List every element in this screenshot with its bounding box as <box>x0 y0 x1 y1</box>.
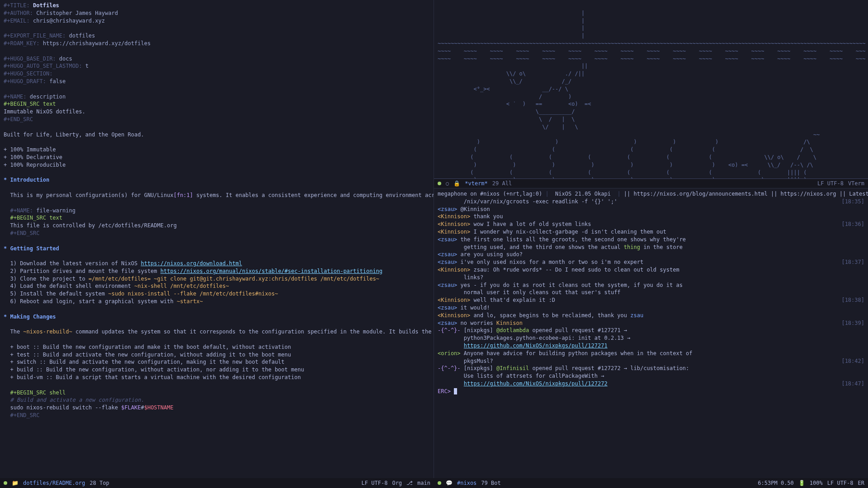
step-3: 3) Clone the project to <box>10 276 88 282</box>
meta-hugolastmod-val: t <box>85 63 89 69</box>
modeline-right: 💬 #nixos 79 Bot 6:53PM 0.50 🔋 100% LF UT… <box>434 478 868 488</box>
footnote-1[interactable]: [fn:1] <box>174 192 193 198</box>
msg: getting used, and the third one shows th… <box>438 244 624 250</box>
timestamp: [18:35] <box>841 198 864 206</box>
right-column: | | | | ~~~~~~~~~~~~~~~~~~~~~~~~~~~~~~~~… <box>434 0 868 478</box>
meta-name2-val: file-warning <box>36 207 75 214</box>
item-buildvm: + build-vm :: Build a script that starts… <box>10 374 301 380</box>
irc-topic2: /nix/var/nix/gcroots -exec readlink -f '… <box>464 198 618 205</box>
meta-name-val: description <box>30 94 66 100</box>
tagline: Built for Life, Liberty, and the Open Ro… <box>4 131 144 138</box>
ascii-art: | | | | ~~~~~~~~~~~~~~~~~~~~~~~~~~~~~~~~… <box>438 9 864 178</box>
meta-hugolastmod-key: #+HUGO_AUTO_SET_LASTMOD: <box>4 63 82 69</box>
link-nixos-partitioning[interactable]: https://nixos.org/manual/nixos/stable/#s… <box>160 268 382 274</box>
intro-text: systems. It enables a consistent experie… <box>193 192 434 198</box>
vterm-buffer[interactable]: | | | | ~~~~~~~~~~~~~~~~~~~~~~~~~~~~~~~~… <box>434 0 868 178</box>
heading-introduction[interactable]: * Introduction <box>4 177 49 183</box>
link-pr-127272[interactable]: https://github.com/NixOS/nixpkgs/pull/12… <box>464 380 608 387</box>
link-nixos-download[interactable]: https://nixos.org/download.html <box>141 260 242 267</box>
msg: it would! <box>457 305 490 311</box>
nick-zsau[interactable]: <zsau> <box>438 251 457 258</box>
nick-kinnison[interactable]: <Kinnison> <box>438 312 470 319</box>
step-1: 1) Download the latest version of NixOS <box>10 260 141 267</box>
meta-export-val: dotfiles <box>69 33 95 39</box>
gh-user[interactable]: @Infinisil <box>496 365 529 371</box>
shell-cmd: sudo nixos-rebuild switch --flake <box>10 404 121 411</box>
nick-zsau[interactable]: <zsau> <box>438 206 457 212</box>
circle-icon: ○ <box>446 180 449 188</box>
clock: 6:53PM 0.50 <box>758 479 793 487</box>
mention[interactable]: zsau <box>630 312 643 319</box>
nick-zsau[interactable]: <zsau> <box>438 236 457 243</box>
erc-buffer[interactable]: megaphone on #nixos (+nrt,lag:0) | NixOS… <box>434 188 868 478</box>
desc-body: Immutable NixOS dotfiles. <box>4 108 85 115</box>
shell-var-flake: $FLAKE <box>121 404 141 411</box>
nick-kinnison[interactable]: <Kinnison> <box>438 297 470 303</box>
timestamp: [18:36] <box>841 221 864 228</box>
irc-topic: NixOS 21.05 Okapi <box>549 191 618 197</box>
timestamp: [18:42] <box>841 357 864 365</box>
msg: wow I have a lot of old system links <box>470 221 591 227</box>
buffer-name[interactable]: #nixos <box>457 479 476 487</box>
status-dot-icon <box>4 481 7 485</box>
msg: zsau: Oh *rude words* -- Do I need sudo … <box>470 267 679 273</box>
timestamp: [18:38] <box>841 296 864 304</box>
gh-user[interactable]: @dotlambda <box>496 327 529 333</box>
item-boot: + boot :: Build the new configuration an… <box>10 344 291 350</box>
msg: well that'd explain it :D <box>470 297 555 303</box>
bullet-reproducible: + 100% Reproducible <box>4 162 66 168</box>
meta-email-key: #+EMAIL: <box>4 18 30 24</box>
end-src2: #+END_SRC <box>10 230 39 236</box>
meta-hugosection-key: #+HUGO_SECTION: <box>4 70 52 77</box>
nick-kinnison[interactable]: <Kinnison> <box>438 267 470 273</box>
nick-bot[interactable]: -{^-^}- <box>438 365 461 371</box>
erc-prompt[interactable]: ERC> <box>438 388 454 394</box>
nick-kinnison[interactable]: <Kinnison> <box>438 229 470 235</box>
meta-hugodraft-val: false <box>49 78 66 84</box>
nick-kinnison[interactable]: <Kinnison> <box>438 221 470 227</box>
heading-making-changes[interactable]: * Making Changes <box>4 314 56 320</box>
buffer-position: 28 Top <box>90 479 109 487</box>
intro-text: This is my personal configuration(s) for… <box>10 192 173 198</box>
org-buffer[interactable]: #+TITLE: Dotfiles #+AUTHOR: Christopher … <box>0 0 434 478</box>
timestamp: [18:47] <box>841 380 864 388</box>
shell-var-hostname: $HOSTNAME <box>144 404 174 411</box>
major-mode: Org <box>392 479 402 487</box>
cursor[interactable] <box>454 388 457 394</box>
mention[interactable]: Kinnison <box>496 320 523 326</box>
buffer-name[interactable]: *vterm* <box>465 180 488 188</box>
making-text: command updates the system so that it co… <box>72 328 434 335</box>
link-pr-127271[interactable]: https://github.com/NixOS/nixpkgs/pull/12… <box>464 343 608 349</box>
folder-icon: 📁 <box>12 479 19 487</box>
encoding: LF UTF-8 <box>817 180 844 188</box>
nick-zsau[interactable]: <zsau> <box>438 305 457 311</box>
end-src: #+END_SRC <box>4 116 33 122</box>
bullet-immutable: + 100% Immutable <box>4 146 56 153</box>
heading-getting-started[interactable]: * Getting Started <box>4 245 59 252</box>
nick-zsau[interactable]: <zsau> <box>438 320 457 326</box>
meta-author-key: #+AUTHOR: <box>4 10 33 16</box>
begin-src-text: #+BEGIN_SRC text <box>4 101 56 107</box>
meta-hugobase-val: docs <box>59 56 72 62</box>
nick-zsau[interactable]: <zsau> <box>438 282 457 288</box>
msg: Use lists of attrsets for callPackageWit… <box>438 373 604 379</box>
msg: [nixpkgs] <box>461 365 496 371</box>
branch-icon: ⎇ <box>406 479 413 487</box>
irc-topic: || https://nixos.org/blog/announcements.… <box>621 191 868 197</box>
file-name[interactable]: dotfiles/README.org <box>23 479 85 487</box>
org-content[interactable]: #+TITLE: Dotfiles #+AUTHOR: Christopher … <box>4 2 430 419</box>
code-path: =/mnt/etc/dotfiles= <box>89 276 151 282</box>
msg: normal user it only cleans out that user… <box>438 289 621 296</box>
status-dot-icon <box>438 481 441 485</box>
msg: python3Packages.python-ecobee-api: init … <box>438 335 630 341</box>
nick-zsau[interactable]: <zsau> <box>438 259 457 265</box>
major-mode: VTerm <box>848 180 864 188</box>
msg: are you using sudo? <box>457 251 523 258</box>
end-src3: #+END_SRC <box>10 412 39 418</box>
nick-kinnison[interactable]: <Kinnison> <box>438 213 470 220</box>
irc-log[interactable]: megaphone on #nixos (+nrt,lag:0) | NixOS… <box>438 190 864 395</box>
nick-orion[interactable]: <orion> <box>438 350 461 357</box>
shell-comment: # Build and activate a new configuration… <box>10 397 144 403</box>
git-branch[interactable]: main <box>417 479 430 487</box>
nick-bot[interactable]: -{^-^}- <box>438 327 461 333</box>
